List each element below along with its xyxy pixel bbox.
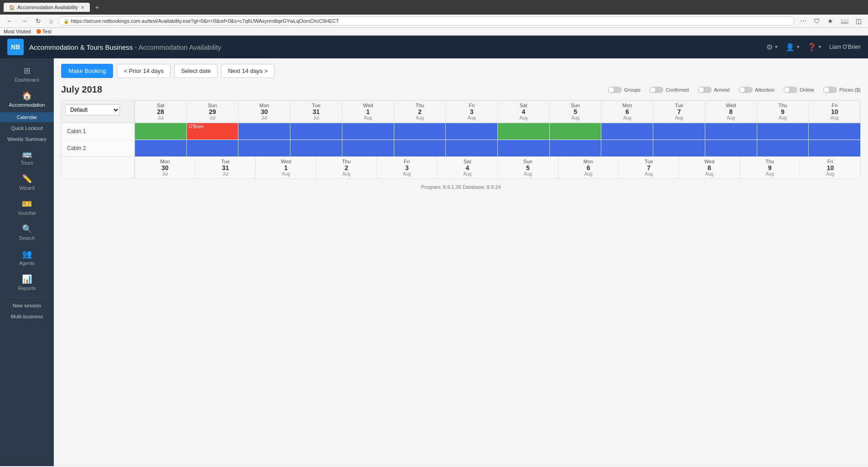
cabin2-cell-fri3[interactable] (445, 140, 497, 156)
day-thu2: Thu (395, 103, 445, 108)
cabin1-cell-wed1[interactable] (342, 123, 394, 140)
cabin2-cell-wed1[interactable] (342, 140, 394, 156)
cabin2-cell-tue31[interactable] (290, 140, 342, 156)
sidebar-sub-calendar[interactable]: Calendar (0, 112, 54, 122)
second-day-mon6: Mon (559, 159, 618, 164)
sidebar-multi-business[interactable]: Multi-business (0, 311, 54, 322)
reader-button[interactable]: 📖 (838, 16, 851, 26)
tours-icon: 🚌 (22, 149, 32, 159)
browser-nav: ← → ↻ ⌂ 🔒 https://secure.netbookings.com… (0, 15, 868, 28)
month-jul30: Jul (239, 115, 289, 120)
wizard-icon: ✏️ (22, 174, 32, 184)
sidebar-item-wizard[interactable]: ✏️ Wizard (0, 170, 54, 194)
cabin1-cell-mon6[interactable] (601, 123, 653, 140)
cabin2-cell-sun29[interactable] (186, 140, 238, 156)
sidebar-new-session[interactable]: New session (0, 301, 54, 311)
cabin1-cell-sun5[interactable] (549, 123, 601, 140)
sidebar-item-reports[interactable]: 📊 Reports (0, 270, 54, 295)
home-button[interactable]: ⌂ (46, 16, 56, 26)
num-1aug: 1 (343, 108, 393, 115)
sidebar-item-tours[interactable]: 🚌 Tours (0, 145, 54, 169)
cabin1-cell-tue7[interactable] (653, 123, 705, 140)
make-booking-button[interactable]: Make Booking (61, 64, 113, 78)
back-button[interactable]: ← (4, 16, 16, 26)
star-button[interactable]: ★ (825, 16, 836, 26)
second-date-sun5: Sun 5 Aug (497, 157, 558, 178)
day-wed8: Wed (706, 103, 756, 108)
cabin1-cell-thu2[interactable] (394, 123, 446, 140)
prior-14-button[interactable]: < Prior 14 days (117, 64, 170, 78)
cabin2-cell-sat4[interactable] (497, 140, 549, 156)
online-toggle[interactable] (784, 87, 797, 93)
sidebar-label-wizard: Wizard (19, 185, 35, 191)
sidebar-sub-weeklysummary[interactable]: Weekly Summary (0, 134, 54, 144)
content-area: Make Booking < Prior 14 days Select date… (54, 58, 868, 466)
date-col-sat4: Sat 4 Aug (497, 101, 549, 122)
cabin1-cell-sat28[interactable] (134, 123, 186, 140)
sidebar-item-search[interactable]: 🔍 Search (0, 220, 54, 244)
help-icon[interactable]: ❓ ▼ (807, 43, 822, 52)
address-bar[interactable]: 🔒 https://secure.netbookings.com.au/test… (58, 16, 795, 26)
confirmed-toggle[interactable] (650, 87, 663, 93)
cabin1-cell-tue31[interactable] (290, 123, 342, 140)
next-14-button[interactable]: Next 14 days > (221, 64, 274, 78)
month-jul29: Jul (188, 115, 238, 120)
settings-icon[interactable]: ⚙ ▼ (766, 43, 778, 52)
sidebar-multi-business-label: Multi-business (11, 314, 43, 319)
groups-toggle[interactable] (608, 87, 622, 93)
select-date-button[interactable]: Select date (174, 64, 217, 78)
sidebar: ⊞ Dashboard 🏠 Accommodation Calendar Qui… (0, 58, 54, 466)
reload-button[interactable]: ↻ (33, 16, 44, 26)
bookmark-most-visited[interactable]: Most Visited (4, 29, 31, 34)
cabin1-cell-fri3[interactable] (445, 123, 497, 140)
num-7aug: 7 (654, 108, 704, 115)
cabin2-cell-thu2[interactable] (394, 140, 446, 156)
browser-tab[interactable]: 🏠 Accommodation Availability ✕ (4, 3, 90, 12)
forward-button[interactable]: → (18, 16, 30, 26)
month-aug5: Aug (551, 115, 600, 120)
cabin2-cell-mon30[interactable] (238, 140, 290, 156)
sidebar-item-agents[interactable]: 👥 Agents (0, 245, 54, 270)
sidebar-label-voucher: Voucher (18, 210, 36, 216)
shield-button[interactable]: 🛡 (811, 16, 823, 26)
cabin1-cell-sun29[interactable]: O'Brien (186, 123, 238, 140)
num-9aug: 9 (758, 108, 808, 115)
sidebar-sub-weeklysummary-label: Weekly Summary (7, 136, 46, 142)
arrived-toggle[interactable] (698, 87, 712, 93)
attention-toggle[interactable] (739, 87, 753, 93)
app-logo: NB (7, 39, 24, 55)
extensions-button[interactable]: ⋯ (797, 16, 809, 26)
bookmark-test[interactable]: Test (36, 29, 52, 34)
cabin2-cell-sat28[interactable] (134, 140, 186, 156)
new-tab-button[interactable]: + (93, 3, 102, 12)
cabin2-cell-mon6[interactable] (601, 140, 653, 156)
cabin2-cell-fri10[interactable] (808, 140, 860, 156)
second-num-6: 6 (559, 164, 618, 171)
cabin1-cell-mon30[interactable] (238, 123, 290, 140)
sidebar-label-reports: Reports (18, 285, 36, 291)
prices-toggle[interactable] (823, 87, 837, 93)
cabin1-cell-sat4[interactable] (497, 123, 549, 140)
cabin1-cell-thu9[interactable] (757, 123, 809, 140)
cabin2-cell-tue7[interactable] (653, 140, 705, 156)
booking-name-label: O'Brien (187, 123, 206, 130)
cabin2-cell-thu9[interactable] (757, 140, 809, 156)
reader2-button[interactable]: ◫ (853, 16, 864, 26)
filter-online: Online (784, 87, 814, 93)
online-label: Online (800, 87, 814, 93)
cabin2-cell-sun5[interactable] (549, 140, 601, 156)
sidebar-item-voucher[interactable]: 🎫 Voucher (0, 195, 54, 219)
sidebar-item-dashboard[interactable]: ⊞ Dashboard (0, 62, 54, 86)
cabin-selector: Default (62, 101, 134, 122)
user-icon[interactable]: 👤 ▼ (785, 43, 800, 52)
cabin1-cell-fri10[interactable] (808, 123, 860, 140)
sidebar-sub-quicklockout[interactable]: Quick Lockout (0, 123, 54, 133)
cabin2-cell-wed8[interactable] (705, 140, 757, 156)
voucher-icon: 🎫 (22, 199, 32, 209)
date-col-thu2: Thu 2 Aug (394, 101, 446, 122)
tab-close-button[interactable]: ✕ (81, 5, 84, 10)
view-select[interactable]: Default (65, 104, 120, 115)
cabin1-cell-wed8[interactable] (705, 123, 757, 140)
sidebar-item-accommodation[interactable]: 🏠 Accommodation (0, 87, 54, 111)
url-text: https://secure.netbookings.com.au/test/A… (71, 18, 790, 24)
